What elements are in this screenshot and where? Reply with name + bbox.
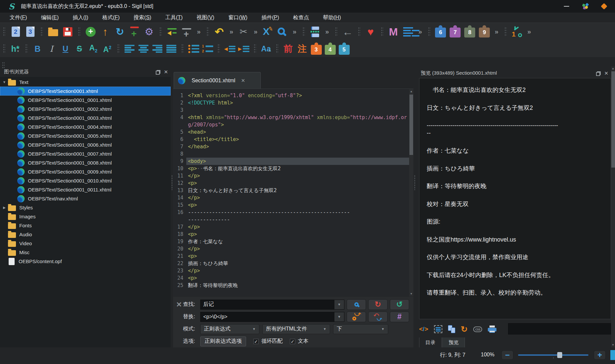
count-all-button[interactable]: # bbox=[390, 312, 409, 322]
toolbar-drag-handle[interactable] bbox=[303, 27, 305, 37]
replace-all-button[interactable]: ↻ bbox=[368, 299, 388, 310]
find-history-dropdown[interactable]: ▼ bbox=[334, 300, 344, 310]
toolbar-drag-handle[interactable] bbox=[117, 44, 120, 54]
preview-scroll-up-icon[interactable]: ▲ bbox=[611, 66, 615, 71]
menu-检查点[interactable]: 检查点 bbox=[286, 13, 316, 23]
plugin-8-button[interactable]: 8 bbox=[463, 25, 477, 39]
tree-item-Section0001.xhtml[interactable]: OEBPS/Text/Section0001.xhtml bbox=[0, 87, 171, 96]
underline-button[interactable]: U bbox=[58, 42, 72, 55]
menu-编辑[interactable]: 编辑(E) bbox=[34, 13, 65, 23]
tree-item-Section0001_0002.xhtml[interactable]: OEBPS/Text/Section0001_0002.xhtml bbox=[0, 105, 171, 113]
reload-button[interactable]: ↻ bbox=[113, 25, 127, 39]
add-existing-file-button[interactable]: + bbox=[83, 25, 98, 39]
find-replace-button[interactable] bbox=[275, 25, 290, 39]
toolbar-drag-handle[interactable] bbox=[358, 27, 360, 37]
find-input[interactable] bbox=[200, 300, 334, 310]
strikethrough-button[interactable]: S bbox=[72, 42, 86, 55]
plugin-4-button[interactable]: 4 bbox=[323, 42, 337, 55]
tab-preview[interactable]: 预览 bbox=[442, 337, 465, 348]
plugin-qian-button[interactable]: 前 bbox=[281, 42, 295, 55]
code-line-6[interactable]: 6 <title></title> bbox=[173, 136, 413, 143]
subscript-button[interactable]: A2 bbox=[86, 42, 100, 55]
code-line-14[interactable]: 14</p> bbox=[173, 194, 413, 201]
tree-item-Section0001_0007.xhtml[interactable]: OEBPS/Text/Section0001_0007.xhtml bbox=[0, 149, 171, 158]
editor-scrollbar-thumb[interactable] bbox=[409, 95, 413, 155]
plugin-7-button[interactable]: 7 bbox=[448, 25, 463, 39]
tree-item-Section0001_0011.xhtml[interactable]: OEBPS/Text/Section0001_0011.xhtml bbox=[0, 185, 171, 194]
bullet-list-button[interactable] bbox=[187, 42, 201, 55]
indent-button[interactable]: ▶ bbox=[237, 42, 251, 55]
code-line-15[interactable]: 15<p> bbox=[173, 201, 413, 209]
menu-视图[interactable]: 视图(V) bbox=[190, 13, 221, 23]
italic-button[interactable]: I bbox=[44, 42, 58, 55]
insert-file-button[interactable] bbox=[308, 25, 322, 39]
new-epub3-button[interactable]: 3 bbox=[23, 25, 38, 39]
menu-文件[interactable]: 文件(F) bbox=[3, 13, 34, 23]
tree-text[interactable]: ▼Text bbox=[0, 78, 171, 87]
scroll-up-icon[interactable]: ▲ bbox=[409, 89, 413, 94]
donate-button[interactable]: ♥ bbox=[363, 25, 378, 39]
scope-select[interactable]: 所有的HTML文件▼ bbox=[262, 324, 330, 334]
minimize-button[interactable] bbox=[564, 6, 569, 7]
copy-icon[interactable] bbox=[448, 325, 455, 333]
right-splitter[interactable] bbox=[413, 57, 416, 347]
code-line-13[interactable]: 13日文：ちゃんと好きって言える子無双2 bbox=[173, 187, 413, 194]
toolbar-overflow-icon[interactable]: » bbox=[495, 28, 498, 36]
code-line-8[interactable]: 8 bbox=[173, 150, 413, 158]
code-line-17[interactable]: 17</p> bbox=[173, 223, 413, 231]
code-line-22[interactable]: 22插画：ちひろ綺華 bbox=[173, 260, 413, 267]
code-line-19[interactable]: 19作者：七菜なな bbox=[173, 238, 413, 245]
open-button[interactable] bbox=[46, 25, 60, 39]
zoom-in-button[interactable]: + bbox=[594, 350, 606, 360]
direction-select[interactable]: 下▼ bbox=[333, 324, 388, 334]
code-line-9[interactable]: 9<body> bbox=[173, 158, 413, 165]
merge-button[interactable]: + bbox=[179, 25, 194, 39]
tree-item-Section0001_0009.xhtml[interactable]: OEBPS/Text/Section0001_0009.xhtml bbox=[0, 167, 171, 176]
tab-toc[interactable]: 目录 bbox=[419, 337, 442, 348]
wrap-checkbox[interactable]: ✓循环匹配 bbox=[253, 338, 283, 345]
code-editor[interactable]: 1<?xml version="1.0" encoding="utf-8"?>2… bbox=[173, 89, 413, 296]
close-button[interactable] bbox=[601, 3, 607, 10]
scroll-down-icon[interactable]: ▼ bbox=[409, 292, 413, 296]
upload-button[interactable]: ↑ bbox=[98, 25, 113, 39]
replace-current-button[interactable]: ⤺⤺ bbox=[368, 312, 388, 322]
toolbar-overflow-icon[interactable]: » bbox=[197, 28, 201, 36]
text-case-button[interactable]: Aa▾ bbox=[259, 42, 273, 55]
close-preview-icon[interactable]: ✕ bbox=[604, 71, 608, 76]
zoom-slider[interactable] bbox=[518, 354, 588, 356]
plugin-3-button[interactable]: 3 bbox=[309, 42, 323, 55]
toolbar-drag-handle[interactable] bbox=[276, 44, 278, 54]
editor-scrollbar[interactable]: ▲ ▼ bbox=[409, 89, 413, 296]
menu-帮助[interactable]: 帮助(H) bbox=[316, 13, 348, 23]
toolbar-drag-handle[interactable] bbox=[207, 27, 209, 37]
zoom-slider-handle[interactable] bbox=[557, 352, 562, 358]
code-line-4[interactable]: 4<html xmlns="http://www.w3.org/1999/xht… bbox=[173, 114, 413, 128]
tab-close-icon[interactable]: ✕ bbox=[241, 78, 245, 84]
toolbar-drag-handle[interactable] bbox=[25, 44, 28, 54]
cut-button[interactable]: ✂ bbox=[236, 25, 251, 39]
preview-scroll-down-icon[interactable]: ▼ bbox=[611, 343, 615, 347]
print-icon[interactable] bbox=[488, 326, 496, 333]
float-preview-icon[interactable] bbox=[597, 71, 601, 75]
code-line-11[interactable]: 11</p> bbox=[173, 172, 413, 180]
code-line-5[interactable]: 5<head> bbox=[173, 128, 413, 136]
tree-styles[interactable]: ▶Styles bbox=[0, 203, 171, 212]
settings-button[interactable]: ⚙ bbox=[142, 25, 156, 39]
toolbar-overflow-icon[interactable]: » bbox=[418, 28, 422, 36]
align-center-button[interactable] bbox=[136, 42, 150, 55]
toolbar-drag-handle[interactable] bbox=[381, 27, 383, 37]
tree-item-Section0001_0005.xhtml[interactable]: OEBPS/Text/Section0001_0005.xhtml bbox=[0, 131, 171, 140]
toolbar-drag-handle[interactable] bbox=[335, 27, 337, 37]
back-button[interactable]: ← bbox=[340, 25, 355, 39]
mode-select[interactable]: 正则表达式▼ bbox=[200, 324, 259, 334]
left-splitter[interactable] bbox=[171, 57, 173, 347]
insert-split-marker-button[interactable]: + bbox=[127, 25, 142, 39]
preview-address-input[interactable] bbox=[508, 323, 611, 334]
tree-misc[interactable]: Misc bbox=[0, 248, 171, 257]
plugin-6-button[interactable]: 6 bbox=[433, 25, 448, 39]
code-line-1[interactable]: 1<?xml version="1.0" encoding="utf-8"?> bbox=[173, 92, 413, 99]
superscript-button[interactable]: A2 bbox=[100, 42, 114, 55]
undo-button[interactable]: ↶ bbox=[212, 25, 226, 39]
text-checkbox[interactable]: ✓文本 bbox=[290, 338, 308, 345]
tree-item-Section0001_0003.xhtml[interactable]: OEBPS/Text/Section0001_0003.xhtml bbox=[0, 113, 171, 122]
